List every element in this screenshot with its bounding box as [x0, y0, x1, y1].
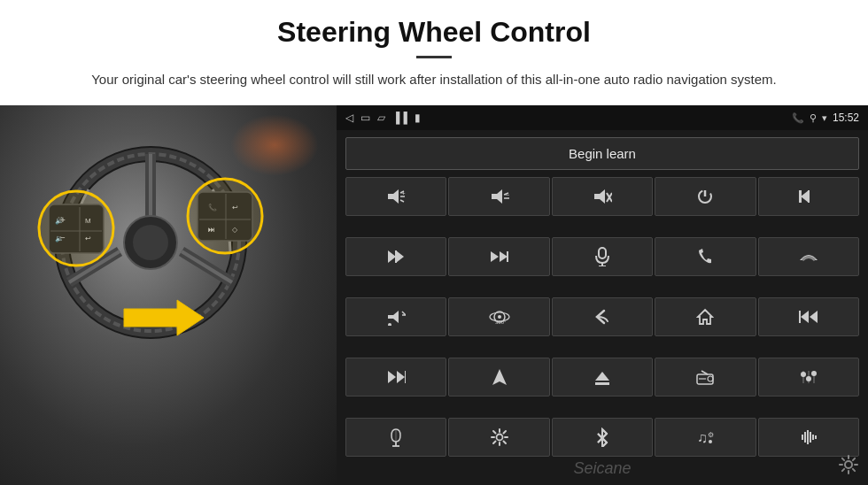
svg-rect-46: [799, 190, 802, 203]
power-button[interactable]: [655, 177, 756, 216]
svg-text:♫: ♫: [697, 430, 708, 445]
header-section: Steering Wheel Control Your original car…: [0, 0, 868, 98]
svg-point-28: [39, 191, 113, 266]
page-title: Steering Wheel Control: [53, 16, 815, 49]
begin-learn-button[interactable]: Begin learn: [345, 137, 859, 170]
content-row: + 🔊 − 🔉 M ↩ 📞 ↩ ⏭ ◇: [0, 105, 868, 485]
ff-button[interactable]: [448, 237, 549, 276]
svg-marker-39: [594, 189, 605, 204]
svg-text:⚙: ⚙: [708, 431, 714, 439]
svg-text:+: +: [401, 189, 406, 197]
svg-point-61: [498, 315, 501, 319]
begin-learn-row: Begin learn: [337, 130, 868, 177]
svg-marker-49: [396, 250, 404, 263]
horn-speaker-button[interactable]: [345, 297, 446, 336]
svg-point-90: [709, 440, 712, 443]
battery-icon: ▮: [415, 112, 421, 125]
phone-call-button[interactable]: [655, 237, 756, 276]
fast-forward-button[interactable]: [345, 358, 446, 396]
svg-text:360°: 360°: [495, 319, 507, 325]
svg-point-57: [388, 323, 391, 326]
hang-up-button[interactable]: [758, 237, 859, 276]
signal-icon: ▐▐: [392, 112, 407, 125]
bluetooth-button[interactable]: [552, 418, 653, 457]
svg-marker-64: [698, 310, 712, 324]
svg-marker-69: [397, 371, 405, 383]
android-head-unit: ◁ ▭ ▱ ▐▐ ▮ 📞 ⚲ ▾ 15:52 Begin learn: [337, 105, 868, 485]
wifi-icon: ▾: [822, 112, 827, 124]
svg-point-99: [845, 461, 852, 468]
navigation-button[interactable]: [448, 358, 549, 396]
svg-marker-44: [801, 190, 809, 203]
svg-marker-68: [388, 371, 396, 383]
svg-marker-72: [595, 372, 609, 381]
home-nav-icon[interactable]: ▭: [360, 112, 370, 125]
svg-point-75: [708, 376, 713, 381]
steering-wheel-svg: + 🔊 − 🔉 M ↩ 📞 ↩ ⏭ ◇: [0, 105, 301, 362]
vol-down-button[interactable]: −: [448, 177, 549, 216]
phone-icon: 📞: [792, 112, 804, 124]
svg-rect-53: [599, 248, 606, 258]
phone-prev-button[interactable]: [758, 177, 859, 216]
svg-marker-50: [491, 251, 499, 262]
svg-marker-66: [801, 311, 809, 323]
mute-button[interactable]: [552, 177, 653, 216]
settings-button[interactable]: [448, 418, 549, 457]
music-button[interactable]: ♫⚙: [655, 418, 756, 457]
equalizer-button[interactable]: [758, 358, 859, 396]
microphone2-button[interactable]: [345, 418, 446, 457]
home-nav-button[interactable]: [655, 297, 756, 336]
eject-button[interactable]: [552, 358, 653, 396]
svg-rect-73: [595, 382, 609, 385]
rewind-button[interactable]: [758, 297, 859, 336]
vol-up-button[interactable]: +: [345, 177, 446, 216]
svg-marker-30: [388, 189, 399, 204]
cam360-button[interactable]: 360°: [448, 297, 549, 336]
svg-point-81: [806, 376, 811, 381]
next-track-button[interactable]: [345, 237, 446, 276]
radio-button[interactable]: [655, 358, 756, 396]
waveform-button[interactable]: [758, 418, 859, 457]
subtitle-text: Your original car's steering wheel contr…: [89, 69, 779, 89]
svg-line-33: [400, 200, 404, 202]
svg-point-11: [133, 225, 168, 260]
status-bar-left: ◁ ▭ ▱ ▐▐ ▮: [345, 112, 421, 125]
svg-point-29: [188, 179, 262, 253]
svg-marker-65: [810, 311, 818, 323]
title-divider: [416, 56, 452, 58]
svg-text:−: −: [505, 190, 509, 199]
controls-grid: + −: [337, 177, 868, 485]
svg-marker-47: [388, 250, 396, 263]
svg-marker-56: [388, 311, 399, 323]
microphone-button[interactable]: [552, 237, 653, 276]
recents-nav-icon[interactable]: ▱: [377, 112, 385, 125]
svg-point-85: [496, 435, 502, 441]
svg-marker-71: [492, 369, 507, 385]
clock-display: 15:52: [833, 112, 859, 124]
svg-point-82: [811, 371, 817, 376]
page-container: Steering Wheel Control Your original car…: [0, 0, 868, 485]
location-icon: ⚲: [810, 112, 817, 124]
svg-marker-35: [492, 189, 502, 204]
svg-line-9: [182, 251, 232, 282]
status-bar-right: 📞 ⚲ ▾ 15:52: [792, 112, 859, 124]
steering-wheel-image: + 🔊 − 🔉 M ↩ 📞 ↩ ⏭ ◇: [0, 105, 337, 485]
back-nav-icon[interactable]: ◁: [345, 112, 353, 125]
svg-point-80: [801, 372, 806, 377]
back-nav-button[interactable]: [552, 297, 653, 336]
svg-marker-51: [500, 251, 508, 262]
gear-settings-icon[interactable]: [838, 454, 859, 480]
status-bar: ◁ ▭ ▱ ▐▐ ▮ 📞 ⚲ ▾ 15:52: [337, 105, 868, 130]
